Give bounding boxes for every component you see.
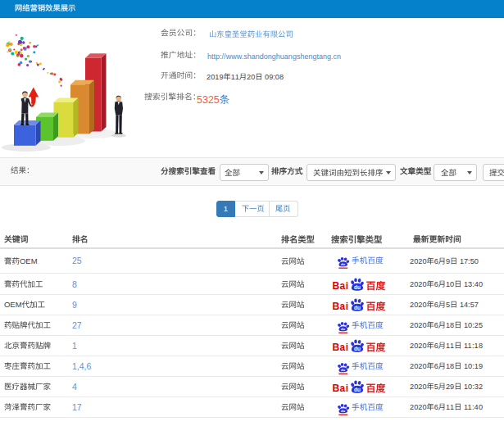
svg-text:2020: 2020 [410,342,427,350]
svg-text:du: du [341,263,346,267]
svg-text:11:18: 11:18 [464,342,483,350]
svg-text:2020: 2020 [410,301,427,309]
svg-text:17:50: 17:50 [460,256,479,265]
svg-text:5: 5 [434,383,438,391]
svg-text:6: 6 [434,321,438,329]
svg-text:du: du [354,284,361,290]
svg-text:5: 5 [446,301,450,309]
svg-text:18: 18 [446,321,454,329]
svg-text:14:57: 14:57 [460,301,479,309]
svg-text:2020: 2020 [410,403,427,411]
svg-text:6: 6 [434,403,438,411]
svg-text:du: du [354,346,361,351]
svg-text:10:32: 10:32 [464,383,483,391]
svg-text:Bai: Bai [333,342,348,352]
svg-text:Bai: Bai [333,301,348,311]
svg-text:du: du [354,305,361,310]
svg-text:6: 6 [434,342,438,350]
svg-text:2020: 2020 [410,383,427,391]
svg-text:20: 20 [247,73,255,81]
svg-text:2020: 2020 [410,256,427,265]
svg-text:10: 10 [446,280,454,288]
svg-text:du: du [341,368,346,372]
svg-text:09:08: 09:08 [265,73,284,81]
svg-text:2019: 2019 [207,73,224,81]
svg-text:6: 6 [434,301,438,309]
svg-text:6: 6 [434,280,438,288]
svg-text:2020: 2020 [410,362,427,370]
svg-text:18: 18 [446,362,454,370]
svg-text:13:40: 13:40 [464,280,483,288]
svg-text:9: 9 [446,256,450,265]
svg-text:du: du [354,387,361,392]
svg-text:11:40: 11:40 [464,403,483,411]
svg-text:10:25: 10:25 [464,321,483,329]
svg-text:5325: 5325 [197,94,220,106]
svg-text:http://www.shandonghuangshengt: http://www.shandonghuangshengtang.cn [207,52,341,61]
svg-text:11: 11 [446,403,454,411]
svg-text:11: 11 [446,342,454,350]
svg-text:29: 29 [446,383,454,391]
svg-text:10:19: 10:19 [464,362,483,370]
svg-text:OEM: OEM [4,300,22,309]
svg-text:du: du [341,409,346,413]
svg-text:OEM: OEM [20,256,38,265]
svg-text:Bai: Bai [333,383,348,393]
svg-text:6: 6 [434,362,438,370]
svg-text:Bai: Bai [333,280,348,291]
svg-text:11: 11 [231,73,239,81]
svg-text:2020: 2020 [410,280,427,288]
svg-text:6: 6 [434,256,438,265]
svg-text:2020: 2020 [410,321,427,329]
svg-text:du: du [341,327,346,331]
